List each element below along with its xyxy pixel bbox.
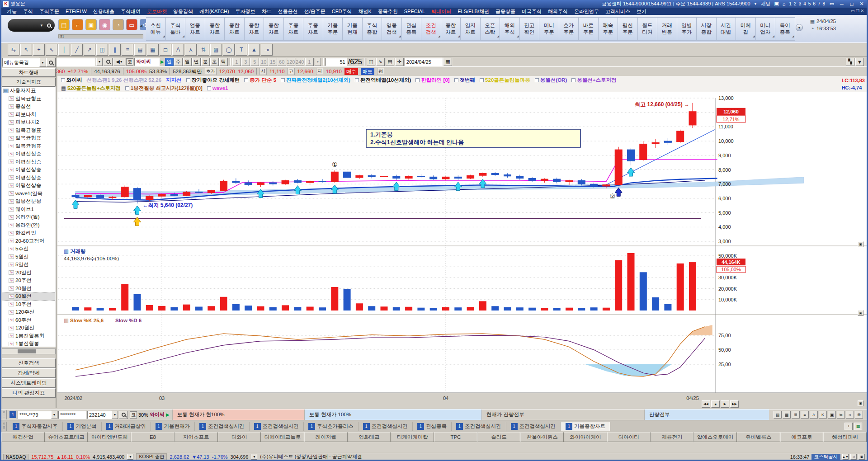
toolbar-more-button[interactable]: ▼ [796, 24, 803, 31]
chevron-down-icon[interactable]: ▼ [251, 454, 257, 460]
calendar-icon[interactable]: ▦ [443, 58, 452, 66]
period-button[interactable]: 틱 [219, 58, 228, 66]
tree-item[interactable]: ∿ 1봉전월봉최 [2, 332, 55, 340]
indicator-label[interactable]: 와이씨 [61, 77, 82, 84]
mini-tool-icon[interactable]: ≡ [801, 411, 809, 419]
toolbar-button[interactable]: 주종 차트 [303, 17, 323, 41]
minute-button[interactable]: 10 [259, 58, 268, 66]
period-button[interactable]: 초 [210, 58, 219, 66]
save-chart-icon[interactable]: ▤ [386, 58, 394, 66]
toolbar-button[interactable]: 미니 업차 ◢ [756, 17, 776, 41]
toolbar-button[interactable]: 종합 차트 [264, 17, 284, 41]
toolbar-button[interactable]: 종합 차트 [225, 17, 245, 41]
screen-tab[interactable]: 1 조건검색실시간 [452, 422, 506, 431]
tree-item[interactable]: ∿ 중심선 [2, 103, 55, 111]
sound-icon[interactable]: ◁ [850, 454, 857, 460]
menu-item[interactable]: ELS/ELB/채권 [455, 8, 492, 15]
screen-numbers[interactable]: 12345678 [789, 1, 826, 6]
indicator-label[interactable]: 웅월선(OR) [535, 77, 567, 84]
draw-tool-icon[interactable]: ▦ [147, 44, 159, 56]
mini-tool-icon[interactable]: ≈ [846, 411, 854, 419]
period-button[interactable]: 분 [201, 58, 210, 66]
stock-shortcut-cell[interactable]: 한울아이원스 [520, 432, 564, 442]
mini-tool-icon[interactable]: ≣ [792, 411, 800, 419]
tree-item[interactable]: ∿ 일목균형표 [2, 134, 55, 142]
toolbar-button[interactable]: 키움 현재 [343, 17, 363, 41]
minute-button[interactable]: 240 [296, 58, 304, 66]
chevron-down-icon[interactable]: ▼ [40, 24, 43, 28]
stock-shortcut-cell[interactable]: 솔리드 [477, 432, 521, 442]
indicator-label[interactable]: 520골든눌림돌파봉 [480, 77, 530, 84]
menu-item[interactable]: 투자정보 [233, 8, 258, 15]
buy-button[interactable]: 매수 [344, 68, 358, 75]
mini-tool-icon[interactable]: ▦ [783, 411, 791, 419]
grid-view-icon[interactable]: ▦ [854, 423, 862, 430]
tree-item[interactable]: ∿ 이평선상승 [2, 166, 55, 174]
sell-button[interactable]: 매도 [361, 68, 374, 75]
camera-icon[interactable]: ◉ [99, 19, 110, 30]
tree-folder[interactable]: ▤ 사용자지표 [2, 87, 55, 95]
pane-layout-icon[interactable]: ▚ [846, 58, 854, 66]
toolbar-button[interactable]: 바로 주문 [579, 17, 599, 41]
indicator-label[interactable]: 완전역배열(10선제외) [355, 77, 411, 84]
restore-button[interactable]: □ [849, 1, 855, 7]
screen-number[interactable]: 6 [813, 1, 816, 6]
sidebar-bottom-button[interactable]: 신호검색 [2, 358, 56, 368]
play-icon[interactable]: ▶ [166, 412, 170, 417]
toolbar-button[interactable]: 영웅 검색 ◢ [382, 17, 402, 41]
chat-icon[interactable]: ▣ [774, 1, 778, 7]
stock-name-field[interactable]: 와이씨 [134, 58, 160, 66]
tree-item[interactable]: ∿ 일목균형표 [2, 127, 55, 135]
tree-item[interactable]: ∿ 웅라인(연) [2, 221, 55, 230]
draw-tool-icon[interactable]: ▤ [134, 44, 146, 56]
chat-button[interactable]: 채팅 [760, 0, 770, 7]
draw-tool-icon[interactable]: T [236, 44, 247, 56]
stock-shortcut-cell[interactable]: 디아이티 [607, 432, 651, 442]
search-icon[interactable] [47, 24, 51, 28]
tree-item[interactable]: ∿ 5일선 [2, 261, 55, 269]
mini-tool-icon[interactable]: A [810, 411, 818, 419]
draw-tool-icon[interactable]: ↖ [20, 44, 32, 56]
tree-item[interactable]: ∿ 이평선상승 [2, 158, 55, 166]
screen-tab[interactable]: 1 조건검색실시간 [250, 422, 304, 431]
tree-item[interactable]: ∿ 이평선상승 [2, 174, 55, 182]
screen-number[interactable]: 2 [794, 1, 797, 6]
toolbar-button[interactable]: 추천 메뉴 ◢ [146, 17, 166, 41]
sidebar-bottom-button[interactable]: 강세/약세 [2, 368, 56, 378]
close-strip-icon[interactable]: ✕⠿ [1, 410, 7, 419]
minute-button[interactable]: 120 [287, 58, 295, 66]
stock-shortcut-cell[interactable]: 알에스오토메이 [693, 432, 737, 442]
tree-item[interactable]: ∿ 5월선 [2, 253, 55, 261]
chevron-down-icon[interactable]: ▼ [96, 58, 103, 66]
nasdaq-label[interactable]: NASDAQ [3, 454, 28, 460]
toolbar-button[interactable]: 업종 차트 [185, 17, 205, 41]
draw-tool-icon[interactable]: ◻ [160, 44, 171, 56]
toolbar-button[interactable]: 월드 티커 [638, 17, 658, 41]
stock-shortcut-cell[interactable]: 해성티피씨 [823, 432, 867, 442]
account-select[interactable]: ****-**79 [18, 411, 51, 419]
menu-item[interactable]: 차트 [259, 8, 274, 15]
tree-item[interactable]: ∿ 일목균형표 [2, 142, 55, 151]
draw-tool-icon[interactable]: A [172, 44, 184, 56]
screen-tab[interactable]: 1 키움종합차트 [561, 422, 610, 431]
stock-shortcut-cell[interactable]: 제룡전기 [651, 432, 694, 442]
scroll-stop-button[interactable]: ■ [711, 400, 720, 408]
scroll-play-button[interactable]: ▶ [721, 400, 729, 408]
screen-number-field[interactable]: 232140 [87, 411, 112, 419]
toolbar-button[interactable]: 조건 검색 ◢ [421, 17, 441, 41]
screen-number[interactable]: 5 [808, 1, 811, 6]
toolbar-button[interactable]: 쾌속 주문 [599, 17, 618, 41]
sidebar-section-tab[interactable]: 차트형태 [2, 68, 56, 77]
stock-shortcut-cell[interactable]: 애경산업 [1, 432, 45, 442]
minute-button[interactable]: 3 [241, 58, 250, 66]
password-field[interactable]: ******** [58, 411, 86, 419]
sidebar-bottom-button[interactable]: 나의 관심지표 [2, 388, 56, 398]
sidebar-section-tab[interactable]: 기술적지표 [2, 78, 56, 86]
period-button[interactable]: 월 [183, 58, 192, 66]
screen-tab[interactable]: 1 조건검색실시간 [195, 422, 250, 431]
indicator-label[interactable]: wave1 [207, 85, 228, 91]
indicator-label[interactable]: 520골든눌림+스토저점 [61, 85, 121, 92]
draw-tool-icon[interactable]: ◫ [96, 44, 108, 56]
news-ticker[interactable]: (주)유니테스트 (정정)단일판매 · 공급계약체결 [260, 453, 362, 460]
indicator-label[interactable]: 진짜완전정배열2(10선제외) [281, 77, 350, 84]
